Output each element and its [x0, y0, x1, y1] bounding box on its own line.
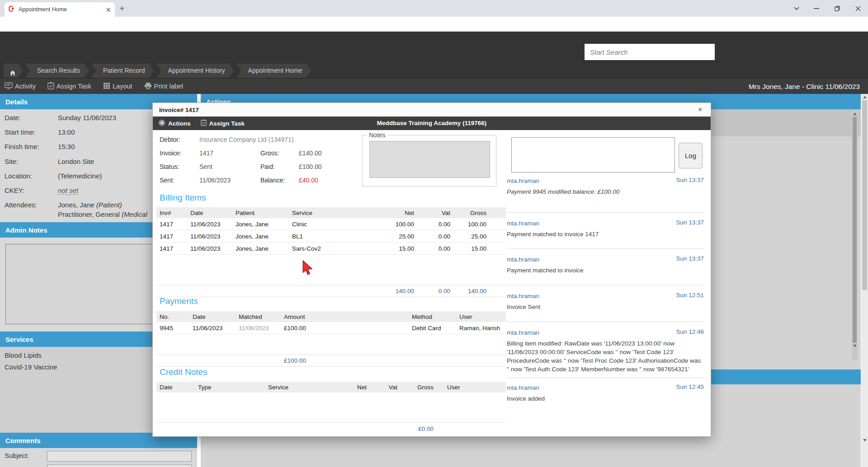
modal-actions-button[interactable]: Actions [158, 119, 191, 128]
log-timestamp: Sun 13:37 [676, 177, 704, 183]
details-start-label: Start time: [5, 128, 35, 136]
billing-row-2[interactable]: 141711/06/2023Jones, JaneBL125.000.0025.… [156, 231, 506, 243]
service-item-2[interactable]: Covid-19 Vaccine [5, 363, 57, 371]
comment-body-input[interactable] [47, 464, 192, 467]
details-location-value: (Telemedicine) [58, 172, 102, 180]
payments-total: £100.00 [284, 357, 412, 364]
invoice-value: 1417 [199, 149, 213, 157]
paid-label: Paid: [260, 163, 275, 170]
gross-value: £140.00 [299, 149, 322, 157]
details-date-value: Sunday 11/06/2023 [58, 114, 116, 121]
comments-title: Comments [5, 437, 41, 444]
details-ckey-value[interactable]: not set [58, 187, 78, 195]
page-header: Appointment Home meddbase® [0, 32, 868, 63]
notes-textarea[interactable] [369, 141, 490, 178]
modal-assign-task-icon [201, 119, 207, 127]
log-message: Billing item modified: RawDate was '11/0… [507, 339, 704, 374]
print-label-label: Print label [154, 83, 183, 90]
details-date-label: Date: [5, 114, 21, 121]
activity-icon [5, 82, 13, 91]
billing-totals-row: 140.00 0.00 140.00 [156, 285, 506, 297]
activity-label: Activity [15, 83, 36, 90]
status-label: Status: [160, 163, 179, 170]
billing-row-1[interactable]: 141711/06/2023Jones, JaneClinic100.000.0… [156, 219, 506, 230]
layout-button[interactable]: Layout [103, 82, 132, 91]
billing-total-net: 140.00 [378, 288, 414, 294]
tab-close-icon[interactable]: ✕ [105, 6, 111, 13]
breadcrumb-appointment-history[interactable]: Appointment History [156, 64, 234, 78]
log-user-link[interactable]: mta.hraman [507, 177, 539, 184]
breadcrumb-patient-record[interactable]: Patient Record [91, 64, 154, 78]
log-message: Payment 9945 modified balance: £100.00 [507, 187, 704, 196]
comment-subject-label: Subject: [5, 452, 29, 459]
log-entry-1: mta.hraman Sun 13:37 Payment 9945 modifi… [507, 177, 704, 196]
billing-items-header-row: Inv# Date Patient Service Net Vat Gross [156, 207, 506, 218]
admin-notes-title: Admin Notes [5, 226, 47, 234]
billing-total-vat: 0.00 [414, 288, 450, 294]
modal-title: Invoice# 1417 [159, 107, 199, 113]
log-timestamp: Sun 13:37 [676, 219, 704, 226]
gross-label: Gross: [260, 149, 279, 157]
window-close-icon[interactable] [849, 0, 867, 17]
details-site-label: Site: [5, 158, 18, 165]
log-message: Invoice added [507, 394, 704, 403]
activity-button[interactable]: Activity [5, 82, 36, 91]
log-message: Payment matched to invoice 1417 [507, 230, 704, 238]
screen: Appointment Home ✕ + ← → demo.meddbase.c… [0, 0, 868, 467]
credit-notes-header-row: DateTypeServiceNetVatGrossUser [156, 382, 506, 392]
invoice-label: Invoice: [160, 149, 181, 157]
browser-tab[interactable]: Appointment Home ✕ [5, 2, 115, 17]
log-timestamp: Sun 12:51 [676, 292, 704, 299]
log-user-link[interactable]: mta.hraman [507, 384, 539, 391]
payments-totals-row: £100.00 [156, 355, 506, 367]
log-user-link[interactable]: mta.hraman [507, 293, 539, 299]
favicon-meddbase-icon [8, 5, 15, 14]
attendee-1: Jones, Jane (Patient) [58, 201, 122, 209]
log-timestamp: Sun 13:37 [676, 255, 704, 262]
log-user-link[interactable]: mta.hraman [507, 329, 539, 336]
new-tab-button[interactable]: + [119, 4, 125, 14]
browser-toolbar: ← → demo.meddbase.com/nmp.aspx?cp=Appoin… [0, 17, 868, 32]
breadcrumb: Search Results Patient Record Appointmen… [0, 63, 868, 78]
log-message: Invoice Sent [507, 303, 704, 311]
credit-notes-totals-row: £0.00 [156, 422, 506, 434]
actions-circle-icon [158, 119, 165, 128]
service-item-1[interactable]: Blood Lipids [5, 351, 42, 359]
payment-row-1[interactable]: 994511/06/202311/06/2023£100.00Debit Car… [156, 322, 506, 334]
log-entry-6: mta.hraman Sun 12:45 Invoice added [507, 383, 704, 403]
page-toolbar: Activity Assign Task Layout Print label … [0, 78, 868, 94]
assign-task-button[interactable]: Assign Task [47, 82, 91, 91]
billing-row-3[interactable]: 141711/06/2023Jones, JaneSars-Cov215.000… [156, 243, 506, 255]
browser-tabstrip: Appointment Home ✕ + [0, 0, 868, 17]
breadcrumb-home[interactable] [4, 64, 23, 78]
actions-panel-scrollbar[interactable] [852, 111, 858, 360]
log-user-link[interactable]: mta.hraman [507, 256, 539, 263]
window-chevron-icon[interactable] [788, 0, 806, 17]
details-ckey-label: CKEY: [5, 187, 24, 194]
attendee-2: Practitioner, General (Medical [58, 210, 147, 218]
notes-label: Notes [367, 131, 387, 139]
search-input[interactable] [585, 44, 715, 60]
paid-value: £100.00 [299, 163, 322, 170]
assign-task-icon [47, 82, 54, 91]
modal-assign-task-button[interactable]: Assign Task [201, 119, 245, 127]
credit-notes-heading: Credit Notes [160, 367, 208, 377]
log-user-link[interactable]: mta.hraman [507, 220, 539, 227]
comments-panel-body: Subject: [0, 448, 197, 467]
sent-value: 11/06/2023 [199, 177, 231, 184]
details-location-label: Location: [5, 172, 32, 180]
comment-subject-input[interactable] [47, 451, 192, 462]
assign-task-label: Assign Task [57, 83, 91, 90]
page-scrollbar[interactable] [861, 94, 868, 467]
details-finish-label: Finish time: [5, 143, 39, 150]
breadcrumb-appointment-home[interactable]: Appointment Home [236, 64, 311, 78]
breadcrumb-search-results[interactable]: Search Results [25, 64, 89, 78]
window-minimize-icon[interactable] [807, 0, 826, 17]
invoice-modal: Invoice# 1417 × Actions Assign Task Medd… [152, 103, 711, 437]
print-label-button[interactable]: Print label [144, 82, 183, 91]
window-restore-icon[interactable] [828, 0, 846, 17]
billing-total-gross: 140.00 [450, 288, 486, 294]
sent-label: Sent: [160, 177, 175, 184]
layout-grid-icon [103, 82, 110, 91]
billing-items-heading: Billing Items [160, 193, 206, 203]
